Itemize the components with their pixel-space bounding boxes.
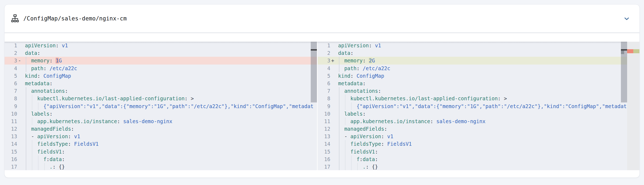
line-gutter[interactable]: 2 — [5, 49, 25, 57]
line-number[interactable]: 16 — [5, 155, 17, 163]
code-line[interactable]: 15 fieldsV1: — [318, 148, 639, 155]
code-line[interactable]: 7 annotations: — [318, 87, 639, 95]
line-gutter[interactable]: 14 — [318, 140, 338, 148]
line-number[interactable]: 9 — [5, 102, 17, 110]
line-number[interactable]: 17 — [318, 163, 330, 170]
yaml-diff-left-panel[interactable]: 1apiVersion: v12data:3- memory: 1G4 path… — [5, 42, 317, 170]
line-gutter[interactable]: 2 — [318, 49, 338, 57]
line-number[interactable]: 17 — [5, 163, 17, 170]
line-number[interactable]: 6 — [318, 80, 330, 87]
line-gutter[interactable]: 16 — [5, 155, 25, 163]
code-line[interactable]: 1apiVersion: v1 — [5, 42, 317, 49]
line-gutter[interactable]: 9 — [318, 102, 338, 110]
line-number[interactable]: 7 — [5, 87, 17, 95]
line-gutter[interactable]: 7 — [5, 87, 25, 95]
chevron-down-icon[interactable] — [623, 15, 630, 22]
line-number[interactable]: 8 — [5, 95, 17, 102]
line-number[interactable]: 5 — [5, 72, 17, 80]
line-number[interactable]: 6 — [5, 80, 17, 87]
code-line[interactable]: 1apiVersion: v1 — [318, 42, 639, 49]
line-number[interactable]: 3 — [5, 57, 17, 64]
line-number[interactable]: 10 — [5, 110, 17, 118]
line-gutter[interactable]: 10 — [5, 110, 25, 118]
line-number[interactable]: 9 — [318, 102, 330, 110]
line-gutter[interactable]: 10 — [318, 110, 338, 118]
line-gutter[interactable]: 4 — [318, 65, 338, 72]
code-line[interactable]: 13 - apiVersion: v1 — [5, 133, 317, 140]
line-number[interactable]: 3 — [318, 57, 330, 64]
line-gutter[interactable]: 5 — [5, 72, 25, 80]
code-line[interactable]: 12 managedFields: — [5, 125, 317, 133]
line-number[interactable]: 13 — [5, 133, 17, 140]
line-number[interactable]: 1 — [5, 42, 17, 49]
code-line[interactable]: 3- memory: 1G — [5, 57, 317, 64]
line-gutter[interactable]: 14 — [5, 140, 25, 148]
code-line[interactable]: 16 f:data: — [318, 155, 639, 163]
code-line[interactable]: 8 kubectl.kubernetes.io/last-applied-con… — [318, 95, 639, 102]
line-number[interactable]: 15 — [5, 148, 17, 155]
code-line[interactable]: 10 labels: — [5, 110, 317, 118]
code-line[interactable]: 6metadata: — [318, 80, 639, 87]
line-gutter[interactable]: 13 — [5, 133, 25, 140]
line-gutter[interactable]: 4 — [5, 65, 25, 72]
code-line[interactable]: 9 {"apiVersion":"v1","data":{"memory":"1… — [318, 102, 639, 110]
code-line[interactable]: 2data: — [318, 49, 639, 57]
line-gutter[interactable]: 15 — [318, 148, 338, 155]
line-number[interactable]: 5 — [318, 72, 330, 80]
code-line[interactable]: 11 app.kubernetes.io/instance: sales-dem… — [318, 118, 639, 125]
line-number[interactable]: 4 — [318, 65, 330, 72]
line-number[interactable]: 13 — [318, 133, 330, 140]
code-line[interactable]: 5kind: ConfigMap — [318, 72, 639, 80]
code-line[interactable]: 7 annotations: — [5, 87, 317, 95]
line-gutter[interactable]: 12 — [5, 125, 25, 133]
line-gutter[interactable]: 6 — [5, 80, 25, 87]
line-gutter[interactable]: 6 — [318, 80, 338, 87]
line-gutter[interactable]: 11 — [5, 118, 25, 125]
line-gutter[interactable]: 7 — [318, 87, 338, 95]
right-scrollbar-thumb[interactable] — [621, 42, 627, 102]
code-line[interactable]: 14 fieldsType: FieldsV1 — [5, 140, 317, 148]
line-gutter[interactable]: 8 — [318, 95, 338, 102]
line-gutter[interactable]: 1 — [5, 42, 25, 49]
code-line[interactable]: 4 path: /etc/a22c — [318, 65, 639, 72]
line-number[interactable]: 11 — [318, 118, 330, 125]
overview-ruler[interactable] — [627, 42, 639, 170]
line-gutter[interactable]: 16 — [318, 155, 338, 163]
line-gutter[interactable]: 17 — [318, 163, 338, 170]
left-scrollbar-thumb[interactable] — [311, 42, 317, 102]
code-line[interactable]: 8 kubectl.kubernetes.io/last-applied-con… — [5, 95, 317, 102]
code-line[interactable]: 13 - apiVersion: v1 — [318, 133, 639, 140]
line-gutter[interactable]: 3- — [5, 57, 25, 64]
yaml-diff-right-panel[interactable]: 1apiVersion: v12data:3+ memory: 2G4 path… — [318, 42, 639, 170]
line-number[interactable]: 15 — [318, 148, 330, 155]
code-line[interactable]: 17 .: {} — [318, 163, 639, 170]
line-gutter[interactable]: 8 — [5, 95, 25, 102]
code-line[interactable]: 17 .: {} — [5, 163, 317, 170]
line-number[interactable]: 14 — [5, 140, 17, 148]
code-line[interactable]: 10 labels: — [318, 110, 639, 118]
code-line[interactable]: 11 app.kubernetes.io/instance: sales-dem… — [5, 118, 317, 125]
code-line[interactable]: 16 f:data: — [5, 155, 317, 163]
code-line[interactable]: 4 path: /etc/a22c — [5, 65, 317, 72]
line-gutter[interactable]: 12 — [318, 125, 338, 133]
line-number[interactable]: 8 — [318, 95, 330, 102]
code-line[interactable]: 3+ memory: 2G — [318, 57, 639, 64]
code-line[interactable]: 15 fieldsV1: — [5, 148, 317, 155]
code-line[interactable]: 9 {"apiVersion":"v1","data":{"memory":"1… — [5, 102, 317, 110]
code-line[interactable]: 5kind: ConfigMap — [5, 72, 317, 80]
line-gutter[interactable]: 15 — [5, 148, 25, 155]
line-number[interactable]: 4 — [5, 65, 17, 72]
code-line[interactable]: 6metadata: — [5, 80, 317, 87]
code-line[interactable]: 14 fieldsType: FieldsV1 — [318, 140, 639, 148]
line-gutter[interactable]: 11 — [318, 118, 338, 125]
line-gutter[interactable]: 1 — [318, 42, 338, 49]
line-number[interactable]: 2 — [318, 49, 330, 57]
line-gutter[interactable]: 5 — [318, 72, 338, 80]
code-line[interactable]: 12 managedFields: — [318, 125, 639, 133]
line-number[interactable]: 1 — [318, 42, 330, 49]
line-number[interactable]: 14 — [318, 140, 330, 148]
line-number[interactable]: 11 — [5, 118, 17, 125]
line-number[interactable]: 10 — [318, 110, 330, 118]
line-number[interactable]: 7 — [318, 87, 330, 95]
line-gutter[interactable]: 3+ — [318, 57, 338, 64]
